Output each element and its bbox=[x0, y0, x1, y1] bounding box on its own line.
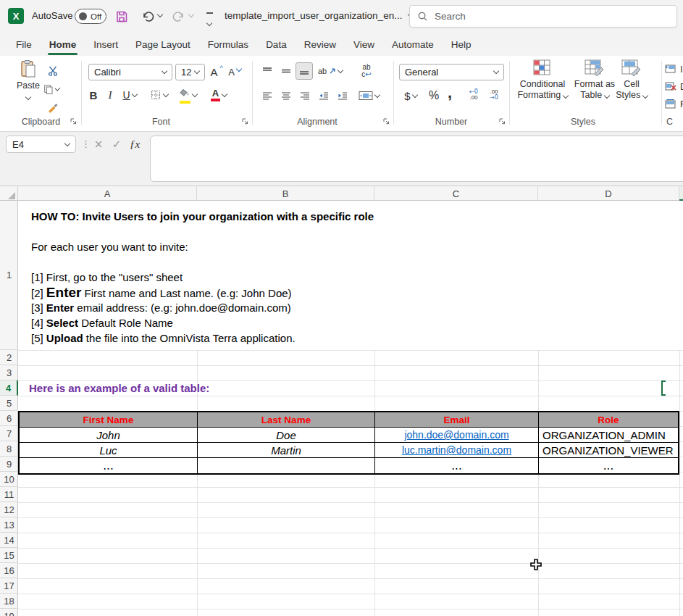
document-title[interactable]: template_import_user_organization_en... bbox=[225, 10, 413, 21]
cell-last-name[interactable]: Doe bbox=[198, 428, 375, 442]
column-header-e-stub[interactable] bbox=[679, 186, 683, 201]
number-format-combo[interactable]: General bbox=[399, 64, 504, 80]
decrease-decimal-button[interactable]: .00→0 bbox=[485, 86, 503, 104]
row-header-19[interactable]: 19 bbox=[0, 609, 18, 616]
font-dialog-launcher-icon[interactable] bbox=[241, 117, 249, 125]
insert-function-button[interactable]: ƒx bbox=[126, 136, 143, 153]
tab-help[interactable]: Help bbox=[443, 35, 480, 54]
row-header-4[interactable]: 4 bbox=[0, 380, 18, 396]
font-size-combo[interactable]: 12 bbox=[175, 64, 205, 80]
row-header-2[interactable]: 2 bbox=[0, 350, 18, 365]
tab-view[interactable]: View bbox=[345, 35, 383, 54]
autosave-toggle[interactable]: Off bbox=[75, 9, 106, 24]
row-header-15[interactable]: 15 bbox=[0, 548, 18, 563]
align-right-button[interactable] bbox=[297, 88, 313, 104]
borders-button[interactable] bbox=[147, 88, 170, 102]
email-link[interactable]: luc.martin@domain.com bbox=[402, 444, 511, 456]
column-header-d[interactable]: D bbox=[538, 186, 679, 201]
row-header-12[interactable]: 12 bbox=[0, 502, 18, 517]
column-header-b[interactable]: B bbox=[197, 186, 374, 201]
format-cells-button[interactable]: Fo bbox=[665, 97, 683, 110]
formula-input[interactable] bbox=[150, 136, 683, 182]
fill-color-button[interactable] bbox=[176, 86, 201, 104]
column-header-a[interactable]: A bbox=[18, 186, 197, 201]
decrease-indent-button[interactable] bbox=[316, 88, 332, 104]
font-color-button[interactable]: A bbox=[207, 86, 230, 104]
row-header-17[interactable]: 17 bbox=[0, 578, 18, 594]
align-center-button[interactable] bbox=[278, 88, 294, 104]
quick-access-overflow-icon[interactable] bbox=[205, 12, 214, 28]
italic-button[interactable]: I bbox=[104, 88, 116, 102]
percent-format-button[interactable]: % bbox=[426, 88, 442, 104]
row-header-1[interactable]: 1 bbox=[0, 201, 18, 350]
top-align-button[interactable] bbox=[259, 63, 275, 79]
select-all-corner[interactable] bbox=[0, 186, 18, 201]
cell-last-name[interactable]: Martin bbox=[198, 443, 375, 457]
header-last-name[interactable]: Last Name bbox=[198, 412, 375, 427]
increase-indent-button[interactable] bbox=[335, 88, 351, 104]
cell-first-name[interactable]: John bbox=[20, 428, 198, 442]
cell-email[interactable]: ... bbox=[375, 458, 539, 473]
header-email[interactable]: Email bbox=[375, 412, 539, 427]
row-header-6[interactable]: 6 bbox=[0, 411, 18, 426]
currency-format-button[interactable]: $ bbox=[400, 88, 422, 104]
save-button[interactable] bbox=[113, 8, 130, 25]
decrease-font-size-button[interactable]: A bbox=[227, 64, 243, 80]
row-header-13[interactable]: 13 bbox=[0, 517, 18, 533]
format-as-table-button[interactable]: Format as Table bbox=[572, 59, 617, 101]
row-header-3[interactable]: 3 bbox=[0, 365, 18, 380]
row-header-10[interactable]: 10 bbox=[0, 472, 18, 487]
row-header-5[interactable]: 5 bbox=[0, 396, 18, 411]
row-header-7[interactable]: 7 bbox=[0, 426, 18, 441]
undo-button[interactable] bbox=[139, 8, 156, 25]
header-first-name[interactable]: First Name bbox=[20, 412, 198, 427]
name-box-input[interactable] bbox=[12, 139, 52, 150]
redo-button[interactable] bbox=[170, 8, 188, 25]
tab-home[interactable]: Home bbox=[41, 35, 85, 54]
cancel-button[interactable]: × bbox=[90, 136, 107, 153]
align-left-button[interactable] bbox=[259, 88, 275, 104]
cell-role[interactable]: ORGANIZATION_VIEWER bbox=[539, 443, 678, 457]
bottom-align-button[interactable] bbox=[296, 62, 313, 80]
tab-insert[interactable]: Insert bbox=[85, 35, 127, 54]
format-painter-button[interactable] bbox=[45, 99, 61, 114]
row-header-18[interactable]: 18 bbox=[0, 594, 18, 609]
tab-file[interactable]: File bbox=[7, 35, 41, 54]
excel-app-icon[interactable]: X bbox=[8, 8, 24, 24]
cell-first-name[interactable]: ... bbox=[20, 458, 198, 473]
tab-page-layout[interactable]: Page Layout bbox=[127, 35, 199, 54]
cell-first-name[interactable]: Luc bbox=[20, 443, 198, 457]
orientation-button[interactable]: ab bbox=[317, 63, 343, 79]
insert-cells-button[interactable]: In bbox=[665, 62, 683, 75]
row-header-14[interactable]: 14 bbox=[0, 533, 18, 548]
underline-button[interactable]: U bbox=[119, 88, 141, 102]
name-box[interactable] bbox=[6, 136, 76, 153]
number-dialog-launcher-icon[interactable] bbox=[498, 117, 506, 125]
cell-role[interactable]: ... bbox=[539, 458, 678, 473]
header-role[interactable]: Role bbox=[539, 412, 678, 427]
increase-font-size-button[interactable]: A^ bbox=[209, 64, 225, 80]
tab-data[interactable]: Data bbox=[257, 35, 296, 54]
copy-button[interactable] bbox=[43, 82, 59, 96]
clipboard-dialog-launcher-icon[interactable] bbox=[70, 117, 77, 125]
row-header-9[interactable]: 9 bbox=[0, 457, 18, 472]
row-header-8[interactable]: 8 bbox=[0, 441, 18, 457]
column-header-c[interactable]: C bbox=[374, 186, 538, 201]
search-box[interactable] bbox=[409, 5, 677, 28]
search-input[interactable] bbox=[435, 11, 637, 22]
selected-cell-e4-fragment[interactable] bbox=[661, 380, 666, 396]
font-family-combo[interactable]: Calibri bbox=[88, 64, 172, 80]
bold-button[interactable]: B bbox=[87, 88, 100, 102]
undo-dropdown-chevron-icon[interactable] bbox=[157, 12, 163, 17]
alignment-dialog-launcher-icon[interactable] bbox=[382, 117, 390, 125]
row-header-11[interactable]: 11 bbox=[0, 487, 18, 502]
wrap-text-button[interactable]: ab c↩ bbox=[356, 61, 377, 81]
tab-formulas[interactable]: Formulas bbox=[199, 35, 257, 54]
comma-format-button[interactable]: , bbox=[443, 83, 456, 102]
cell-role[interactable]: ORGANIZATION_ADMIN bbox=[539, 428, 678, 442]
delete-cells-button[interactable]: D bbox=[665, 80, 683, 93]
cell-last-name[interactable] bbox=[198, 458, 375, 473]
enter-button[interactable]: ✓ bbox=[108, 136, 125, 153]
middle-align-button[interactable] bbox=[278, 63, 294, 79]
tab-automate[interactable]: Automate bbox=[383, 35, 443, 54]
